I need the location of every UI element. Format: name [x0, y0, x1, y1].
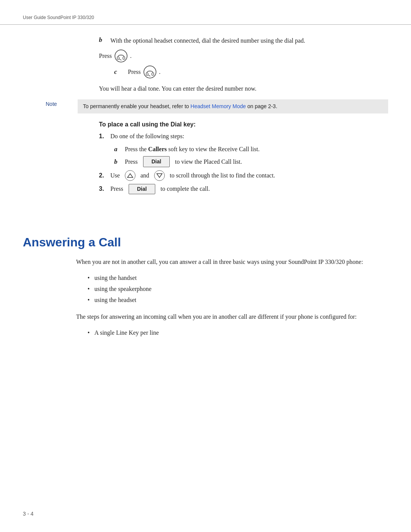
step-3: 3. Press Dial to complete the call.: [23, 184, 388, 194]
step-1-label: 1.: [99, 132, 107, 141]
svg-rect-6: [146, 73, 148, 75]
bullet-speakerphone: using the speakerphone: [88, 284, 411, 295]
answering-intro-1: When you are not in another call, you ca…: [23, 257, 411, 267]
bullet-headset: using the headset: [88, 295, 411, 306]
step-1b: b Press Dial to view the Placed Call lis…: [23, 156, 388, 167]
step-2-and: and: [140, 171, 149, 180]
section-c: c Press .: [23, 65, 388, 79]
header-text: User Guide SoundPoint IP 330/320: [23, 15, 94, 20]
headset-icon-2: [143, 65, 157, 79]
step-1a-label: a: [114, 144, 121, 154]
answering-bullets-1: using the handset using the speakerphone…: [23, 273, 411, 305]
bullet-single-line: A single Line Key per line: [88, 328, 411, 339]
section-c-label: c: [114, 68, 121, 76]
dial-key-heading: To place a call using the Dial key:: [23, 121, 388, 128]
step-1b-text: to view the Placed Call list.: [175, 157, 242, 167]
note-text: To permanently enable your headset, refe…: [83, 103, 191, 109]
page-footer: 3 - 4: [23, 511, 33, 517]
section-b-label: b: [99, 36, 106, 45]
step-3-press: Press: [110, 184, 123, 193]
page-content: b With the optional headset connected, d…: [0, 25, 411, 220]
period-2: .: [159, 69, 161, 75]
press-line-1: Press .: [23, 49, 388, 63]
svg-rect-2: [123, 57, 125, 59]
step-3-label: 3.: [99, 184, 107, 193]
page-header: User Guide SoundPoint IP 330/320: [0, 0, 411, 25]
svg-rect-7: [152, 73, 154, 75]
answering-intro-2: The steps for answering an incoming call…: [23, 312, 411, 322]
svg-rect-1: [117, 57, 119, 59]
down-arrow-icon: [154, 170, 165, 181]
you-will-hear-text: You will hear a dial tone. You can enter…: [99, 85, 256, 92]
step-1-text: Do one of the following steps:: [110, 132, 184, 141]
step-1b-label: b: [114, 157, 121, 167]
period-1: .: [130, 53, 132, 59]
note-link[interactable]: Headset Memory Mode: [191, 103, 246, 109]
svg-line-3: [119, 59, 121, 60]
headset-icon-1: [114, 49, 128, 63]
step-1b-dial-button: Dial: [143, 156, 170, 167]
step-2-text: to scroll through the list to find the c…: [170, 171, 275, 180]
note-text-after: on page 2-3.: [246, 103, 277, 109]
step-1a-text: Press the Callers soft key to view the R…: [125, 144, 260, 154]
note-label: Note: [46, 99, 68, 107]
press-label-1: Press: [99, 53, 112, 59]
section-c-press: Press: [128, 69, 141, 75]
answering-title: Answering a Call: [23, 235, 411, 249]
answering-bullets-2: A single Line Key per line: [23, 328, 411, 339]
step-2-use: Use: [110, 171, 120, 180]
step-1a: a Press the Callers soft key to view the…: [23, 144, 388, 154]
svg-marker-10: [127, 174, 133, 177]
svg-line-8: [148, 75, 150, 76]
step-1b-press: Press: [125, 157, 138, 167]
up-arrow-icon: [125, 170, 135, 181]
step-2-label: 2.: [99, 171, 107, 180]
note-box: To permanently enable your headset, refe…: [78, 99, 388, 113]
callers-bold: Callers: [148, 146, 167, 152]
bullet-handset: using the handset: [88, 273, 411, 284]
step-1: 1. Do one of the following steps:: [23, 132, 388, 141]
section-b-text: With the optional headset connected, dia…: [110, 36, 305, 45]
page-number: 3 - 4: [23, 511, 33, 517]
svg-marker-11: [157, 174, 162, 177]
you-will-hear: You will hear a dial tone. You can enter…: [23, 84, 388, 93]
dial-key-heading-text: To place a call using the Dial key:: [99, 121, 196, 128]
step-3-text: to complete the call.: [161, 184, 210, 193]
step-2: 2. Use and to scroll through the list to…: [23, 170, 388, 181]
answering-section: Answering a Call When you are not in ano…: [0, 235, 411, 339]
section-b: b With the optional headset connected, d…: [23, 36, 388, 45]
note-row: Note To permanently enable your headset,…: [46, 99, 388, 113]
step-3-dial-button: Dial: [129, 184, 155, 194]
